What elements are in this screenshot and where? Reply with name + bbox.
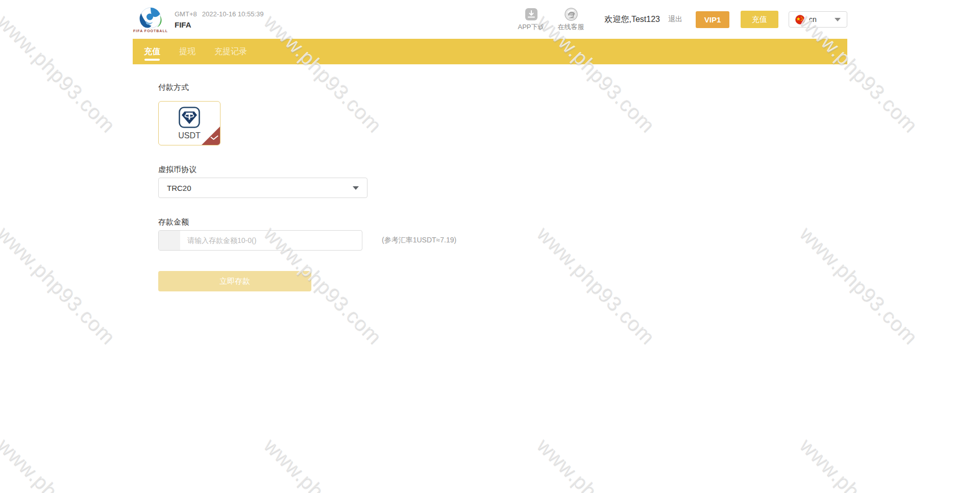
active-tab-underline (144, 59, 160, 61)
payment-method-label: 付款方式 (158, 83, 847, 92)
tab-records-label: 充提记录 (214, 46, 247, 57)
recharge-form: 付款方式 USDT 虚拟币协议 TRC20 (133, 64, 847, 291)
football-logo-icon (136, 7, 165, 30)
watermark-text: www.php93.com (259, 434, 386, 493)
app-download-icon (525, 8, 538, 21)
watermark-text: www.php93.com (0, 222, 120, 349)
watermark-text: www.php93.com (795, 434, 922, 493)
cn-flag-icon (795, 15, 805, 24)
chevron-down-icon (835, 18, 841, 21)
site-name: FIFA (175, 20, 263, 29)
language-code: cn (809, 15, 817, 23)
watermark-text: www.php93.com (532, 434, 659, 493)
usdt-tether-icon (178, 106, 201, 129)
tab-recharge[interactable]: 充值 (144, 39, 160, 64)
main-nav: 充值 提现 充提记录 (133, 39, 847, 64)
payment-method-name: USDT (178, 131, 201, 140)
site-logo[interactable]: FIFA FOOTBALL (133, 7, 168, 33)
amount-input[interactable] (180, 231, 362, 250)
tab-recharge-label: 充值 (144, 46, 160, 57)
language-select[interactable]: cn (789, 11, 847, 28)
timezone-label: GMT+8 (175, 10, 197, 18)
tab-records[interactable]: 充提记录 (214, 39, 247, 64)
watermark-text: www.php93.com (0, 434, 120, 493)
amount-input-prefix (159, 231, 180, 250)
logo-caption: FIFA FOOTBALL (133, 29, 168, 33)
protocol-selected-value: TRC20 (167, 184, 191, 192)
customer-service-icon (565, 8, 578, 21)
app-download-label: APP下载 (518, 22, 545, 32)
vip-badge: VIP1 (696, 11, 729, 28)
payment-method-usdt-card[interactable]: USDT (158, 101, 220, 145)
time-block: GMT+82022-10-16 10:55:39 FIFA (175, 10, 263, 29)
customer-service-label: 在线客服 (558, 22, 584, 32)
protocol-label: 虚拟币协议 (158, 165, 847, 175)
logout-link[interactable]: 退出 (668, 15, 682, 24)
header-recharge-button[interactable]: 充值 (741, 11, 778, 28)
datetime-label: 2022-10-16 10:55:39 (202, 10, 264, 18)
header: FIFA FOOTBALL GMT+82022-10-16 10:55:39 F… (0, 0, 980, 39)
chevron-down-icon (353, 186, 359, 190)
tab-withdraw[interactable]: 提现 (179, 39, 195, 64)
amount-label: 存款金额 (158, 217, 847, 227)
exchange-rate-note: (参考汇率1USDT≈7.19) (382, 236, 456, 245)
amount-input-group (158, 230, 362, 251)
deposit-submit-button[interactable]: 立即存款 (158, 271, 311, 291)
check-icon (210, 133, 218, 142)
customer-service-link[interactable]: 在线客服 (558, 8, 584, 32)
protocol-select[interactable]: TRC20 (158, 178, 368, 198)
app-download-link[interactable]: APP下载 (518, 8, 545, 32)
tab-withdraw-label: 提现 (179, 46, 195, 57)
welcome-text: 欢迎您,Test123 (605, 14, 660, 25)
